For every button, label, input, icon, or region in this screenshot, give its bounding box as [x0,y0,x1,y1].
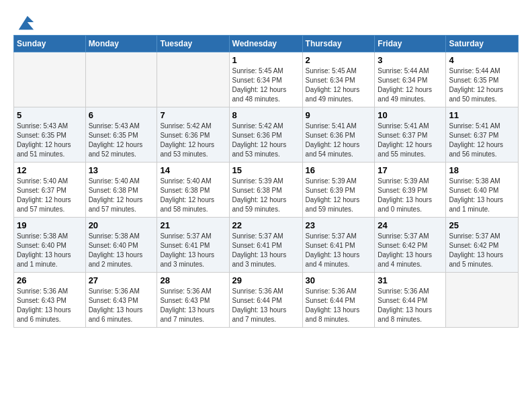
header-wednesday: Wednesday [229,36,302,52]
calendar-cell: 23Sunrise: 5:37 AM Sunset: 6:41 PM Dayli… [302,218,375,273]
calendar-week-row: 5Sunrise: 5:43 AM Sunset: 6:35 PM Daylig… [14,107,519,163]
day-number: 18 [449,165,515,175]
calendar-cell: 12Sunrise: 5:40 AM Sunset: 6:37 PM Dayli… [14,163,86,218]
calendar-cell [85,52,157,107]
calendar-cell: 5Sunrise: 5:43 AM Sunset: 6:35 PM Daylig… [14,107,86,163]
day-info: Sunrise: 5:41 AM Sunset: 6:37 PM Dayligh… [449,122,515,159]
day-info: Sunrise: 5:36 AM Sunset: 6:44 PM Dayligh… [306,287,372,324]
day-info: Sunrise: 5:36 AM Sunset: 6:44 PM Dayligh… [232,287,300,324]
day-number: 31 [378,275,443,285]
day-number: 12 [17,165,83,175]
calendar-cell: 3Sunrise: 5:44 AM Sunset: 6:34 PM Daylig… [375,52,446,107]
calendar-cell: 19Sunrise: 5:38 AM Sunset: 6:40 PM Dayli… [14,218,86,273]
calendar-header-row: SundayMondayTuesdayWednesdayThursdayFrid… [14,36,519,52]
day-number: 5 [17,110,83,120]
day-info: Sunrise: 5:45 AM Sunset: 6:34 PM Dayligh… [232,66,300,104]
calendar-cell: 7Sunrise: 5:42 AM Sunset: 6:36 PM Daylig… [157,107,229,163]
calendar-cell: 28Sunrise: 5:36 AM Sunset: 6:43 PM Dayli… [157,273,229,328]
header-saturday: Saturday [446,36,519,52]
day-number: 17 [378,165,443,175]
calendar-cell: 1Sunrise: 5:45 AM Sunset: 6:34 PM Daylig… [229,52,302,107]
day-info: Sunrise: 5:42 AM Sunset: 6:36 PM Dayligh… [160,122,226,159]
logo-icon [16,13,35,32]
day-number: 23 [306,220,372,230]
svg-marker-0 [19,16,34,30]
day-info: Sunrise: 5:43 AM Sunset: 6:35 PM Dayligh… [89,122,154,159]
calendar-cell: 24Sunrise: 5:37 AM Sunset: 6:42 PM Dayli… [375,218,446,273]
day-number: 10 [378,110,443,120]
header-sunday: Sunday [14,36,86,52]
day-info: Sunrise: 5:38 AM Sunset: 6:40 PM Dayligh… [449,177,515,214]
day-info: Sunrise: 5:37 AM Sunset: 6:42 PM Dayligh… [378,232,443,269]
day-info: Sunrise: 5:37 AM Sunset: 6:41 PM Dayligh… [232,232,300,269]
day-info: Sunrise: 5:41 AM Sunset: 6:37 PM Dayligh… [378,122,443,159]
calendar-cell: 22Sunrise: 5:37 AM Sunset: 6:41 PM Dayli… [229,218,302,273]
calendar-week-row: 12Sunrise: 5:40 AM Sunset: 6:37 PM Dayli… [14,163,519,218]
header-tuesday: Tuesday [157,36,229,52]
calendar-cell: 15Sunrise: 5:39 AM Sunset: 6:38 PM Dayli… [229,163,302,218]
logo [13,13,35,32]
day-number: 3 [378,55,443,65]
day-number: 4 [449,55,515,65]
day-number: 1 [232,55,300,65]
day-number: 27 [89,275,154,285]
day-number: 21 [160,220,226,230]
calendar-cell: 17Sunrise: 5:39 AM Sunset: 6:39 PM Dayli… [375,163,446,218]
calendar-cell: 4Sunrise: 5:44 AM Sunset: 6:35 PM Daylig… [446,52,519,107]
header-thursday: Thursday [302,36,375,52]
calendar-cell: 20Sunrise: 5:38 AM Sunset: 6:40 PM Dayli… [85,218,157,273]
day-number: 7 [160,110,226,120]
day-number: 15 [232,165,300,175]
calendar-cell: 29Sunrise: 5:36 AM Sunset: 6:44 PM Dayli… [229,273,302,328]
day-info: Sunrise: 5:39 AM Sunset: 6:39 PM Dayligh… [306,177,372,214]
calendar-week-row: 19Sunrise: 5:38 AM Sunset: 6:40 PM Dayli… [14,218,519,273]
calendar-cell: 8Sunrise: 5:42 AM Sunset: 6:36 PM Daylig… [229,107,302,163]
calendar-cell: 13Sunrise: 5:40 AM Sunset: 6:38 PM Dayli… [85,163,157,218]
day-number: 11 [449,110,515,120]
day-info: Sunrise: 5:40 AM Sunset: 6:37 PM Dayligh… [17,177,83,214]
day-info: Sunrise: 5:36 AM Sunset: 6:44 PM Dayligh… [378,287,443,324]
day-info: Sunrise: 5:44 AM Sunset: 6:35 PM Dayligh… [449,66,515,104]
day-number: 2 [306,55,372,65]
calendar-cell [446,273,519,328]
day-info: Sunrise: 5:43 AM Sunset: 6:35 PM Dayligh… [17,122,83,159]
day-number: 29 [232,275,300,285]
day-info: Sunrise: 5:36 AM Sunset: 6:43 PM Dayligh… [89,287,154,324]
calendar-cell: 21Sunrise: 5:37 AM Sunset: 6:41 PM Dayli… [157,218,229,273]
calendar-week-row: 1Sunrise: 5:45 AM Sunset: 6:34 PM Daylig… [14,52,519,107]
header-friday: Friday [375,36,446,52]
day-info: Sunrise: 5:37 AM Sunset: 6:42 PM Dayligh… [449,232,515,269]
day-number: 19 [17,220,83,230]
day-info: Sunrise: 5:38 AM Sunset: 6:40 PM Dayligh… [89,232,154,269]
day-number: 14 [160,165,226,175]
calendar-cell: 14Sunrise: 5:40 AM Sunset: 6:38 PM Dayli… [157,163,229,218]
calendar-cell: 16Sunrise: 5:39 AM Sunset: 6:39 PM Dayli… [302,163,375,218]
calendar-table: SundayMondayTuesdayWednesdayThursdayFrid… [13,35,519,328]
day-number: 22 [232,220,300,230]
day-info: Sunrise: 5:45 AM Sunset: 6:34 PM Dayligh… [306,66,372,104]
calendar-cell: 26Sunrise: 5:36 AM Sunset: 6:43 PM Dayli… [14,273,86,328]
day-number: 6 [89,110,154,120]
calendar-cell: 6Sunrise: 5:43 AM Sunset: 6:35 PM Daylig… [85,107,157,163]
day-info: Sunrise: 5:40 AM Sunset: 6:38 PM Dayligh… [89,177,154,214]
day-info: Sunrise: 5:40 AM Sunset: 6:38 PM Dayligh… [160,177,226,214]
calendar-cell [14,52,86,107]
day-info: Sunrise: 5:41 AM Sunset: 6:36 PM Dayligh… [306,122,372,159]
day-info: Sunrise: 5:38 AM Sunset: 6:40 PM Dayligh… [17,232,83,269]
day-info: Sunrise: 5:36 AM Sunset: 6:43 PM Dayligh… [17,287,83,324]
calendar-cell [157,52,229,107]
calendar-cell: 11Sunrise: 5:41 AM Sunset: 6:37 PM Dayli… [446,107,519,163]
day-info: Sunrise: 5:44 AM Sunset: 6:34 PM Dayligh… [378,66,443,104]
day-number: 8 [232,110,300,120]
calendar-cell: 10Sunrise: 5:41 AM Sunset: 6:37 PM Dayli… [375,107,446,163]
day-info: Sunrise: 5:39 AM Sunset: 6:39 PM Dayligh… [378,177,443,214]
calendar-cell: 25Sunrise: 5:37 AM Sunset: 6:42 PM Dayli… [446,218,519,273]
day-info: Sunrise: 5:36 AM Sunset: 6:43 PM Dayligh… [160,287,226,324]
day-number: 30 [306,275,372,285]
day-info: Sunrise: 5:37 AM Sunset: 6:41 PM Dayligh… [160,232,226,269]
calendar-cell: 18Sunrise: 5:38 AM Sunset: 6:40 PM Dayli… [446,163,519,218]
calendar-cell: 31Sunrise: 5:36 AM Sunset: 6:44 PM Dayli… [375,273,446,328]
day-number: 16 [306,165,372,175]
day-number: 25 [449,220,515,230]
day-info: Sunrise: 5:42 AM Sunset: 6:36 PM Dayligh… [232,122,300,159]
